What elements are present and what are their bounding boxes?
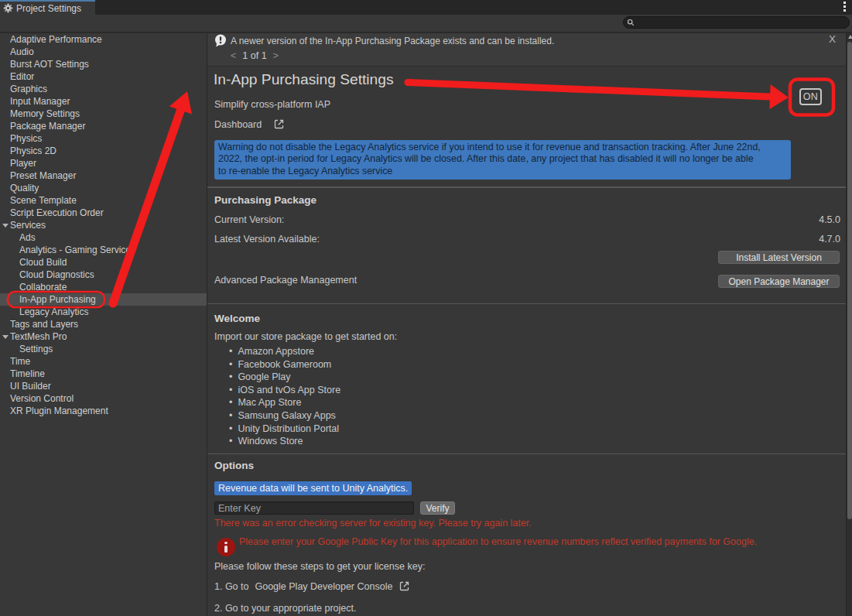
steps-intro: Please follow these steps to get your li… bbox=[214, 561, 425, 572]
sidebar-item-label: Audio bbox=[0, 46, 34, 58]
scrollbar-up-icon[interactable] bbox=[848, 35, 852, 39]
latest-version-label: Latest Version Available: bbox=[214, 234, 320, 245]
service-toggle-button[interactable]: ON bbox=[799, 88, 822, 105]
options-header: Options bbox=[214, 460, 254, 471]
current-version-value: 4.5.0 bbox=[819, 214, 840, 225]
section-divider bbox=[207, 187, 846, 188]
sidebar-item-label: Settings bbox=[0, 343, 53, 355]
store-list-item: Windows Store bbox=[229, 435, 340, 448]
sidebar-item-input-manager[interactable]: Input Manager bbox=[0, 95, 207, 108]
open-package-manager-button[interactable]: Open Package Manager bbox=[718, 275, 840, 288]
sidebar-item-audio[interactable]: Audio bbox=[0, 46, 207, 58]
sidebar-item-preset-manager[interactable]: Preset Manager bbox=[0, 169, 207, 182]
sidebar-item-services[interactable]: Services bbox=[0, 219, 207, 231]
search-input[interactable] bbox=[623, 16, 850, 29]
sidebar-item-cloud-build[interactable]: Cloud Build bbox=[0, 256, 207, 269]
sidebar-item-label: Preset Manager bbox=[0, 169, 76, 182]
pager-next-icon[interactable]: > bbox=[273, 50, 279, 61]
search-icon bbox=[627, 19, 635, 26]
error-info-icon bbox=[217, 538, 235, 556]
tab-label: Project Settings bbox=[16, 3, 81, 14]
dashboard-link[interactable]: Dashboard bbox=[214, 119, 262, 130]
sidebar-item-label: Tags and Layers bbox=[0, 318, 78, 330]
purchasing-package-header: Purchasing Package bbox=[214, 194, 317, 206]
pager-prev-icon[interactable]: < bbox=[231, 50, 236, 61]
sidebar-item-label: Cloud Diagnostics bbox=[0, 269, 94, 281]
sidebar-item-burst-aot-settings[interactable]: Burst AOT Settings bbox=[0, 58, 207, 70]
sidebar-item-label: Input Manager bbox=[0, 95, 70, 108]
sidebar-item-timeline[interactable]: Timeline bbox=[0, 368, 207, 380]
sidebar-item-physics-2d[interactable]: Physics 2D bbox=[0, 145, 207, 157]
sidebar-item-tags-and-layers[interactable]: Tags and Layers bbox=[0, 318, 207, 330]
store-list: Amazon AppstoreFacebook GameroomGoogle P… bbox=[229, 345, 340, 448]
sidebar-item-label: Legacy Analytics bbox=[0, 306, 88, 318]
key-check-error-text: There was an error checking server for e… bbox=[214, 518, 532, 529]
store-list-item: iOS and tvOs App Store bbox=[229, 384, 340, 397]
scrollbar-thumb[interactable] bbox=[847, 42, 852, 519]
sidebar-item-memory-settings[interactable]: Memory Settings bbox=[0, 108, 207, 120]
sidebar-item-collaborate[interactable]: Collaborate bbox=[0, 281, 207, 293]
sidebar-item-ui-builder[interactable]: UI Builder bbox=[0, 380, 207, 392]
sidebar-item-analytics-gaming-services[interactable]: Analytics - Gaming Services bbox=[0, 244, 207, 256]
foldout-triangle-icon[interactable] bbox=[2, 335, 9, 339]
foldout-triangle-icon[interactable] bbox=[2, 224, 9, 228]
sidebar-item-ads[interactable]: Ads bbox=[0, 231, 207, 244]
sidebar-item-label: Graphics bbox=[0, 83, 47, 95]
sidebar-item-editor[interactable]: Editor bbox=[0, 70, 207, 83]
external-link-icon[interactable] bbox=[399, 580, 410, 592]
project-settings-window: Project Settings Adaptive PerformanceAud… bbox=[0, 0, 852, 616]
sidebar-item-label: Collaborate bbox=[0, 281, 67, 293]
google-key-warning-text: Please enter your Google Public Key for … bbox=[239, 536, 757, 547]
install-latest-version-button[interactable]: Install Latest Version bbox=[718, 251, 840, 264]
sidebar-item-label: Memory Settings bbox=[0, 108, 80, 120]
sidebar-item-label: Editor bbox=[0, 70, 34, 83]
sidebar-item-script-execution-order[interactable]: Script Execution Order bbox=[0, 207, 207, 219]
latest-version-value: 4.7.0 bbox=[819, 234, 840, 245]
settings-category-list: Adaptive PerformanceAudioBurst AOT Setti… bbox=[0, 33, 207, 616]
pager-count: 1 of 1 bbox=[242, 50, 266, 61]
step-1: 1. Go to Google Play Developer Console bbox=[214, 580, 410, 592]
google-play-console-link[interactable]: Google Play Developer Console bbox=[255, 581, 392, 592]
sidebar-item-xr-plugin-management[interactable]: XR Plugin Management bbox=[0, 405, 207, 417]
sidebar-item-in-app-purchasing[interactable]: In-App Purchasing bbox=[0, 293, 207, 306]
close-icon[interactable]: X bbox=[829, 33, 836, 45]
current-version-label: Current Version: bbox=[214, 214, 284, 225]
external-link-icon[interactable] bbox=[273, 118, 285, 130]
sidebar-item-settings[interactable]: Settings bbox=[0, 343, 207, 355]
sidebar-item-adaptive-performance[interactable]: Adaptive Performance bbox=[0, 33, 207, 46]
store-list-item: Amazon Appstore bbox=[229, 345, 340, 358]
sidebar-item-quality[interactable]: Quality bbox=[0, 182, 207, 194]
legacy-analytics-warning: Warning do not disable the Legacy Analyt… bbox=[214, 140, 791, 180]
sidebar-item-time[interactable]: Time bbox=[0, 355, 207, 368]
verify-button[interactable]: Verify bbox=[420, 501, 455, 515]
sidebar-item-label: Scene Template bbox=[0, 194, 77, 207]
info-bubble-icon bbox=[214, 34, 227, 47]
sidebar-item-physics[interactable]: Physics bbox=[0, 132, 207, 145]
settings-panel bbox=[207, 33, 846, 616]
enter-key-input[interactable] bbox=[214, 501, 414, 515]
sidebar-item-textmesh-pro[interactable]: TextMesh Pro bbox=[0, 330, 207, 343]
store-list-item: Unity Distribution Portal bbox=[229, 423, 340, 436]
sidebar-item-label: Physics bbox=[0, 132, 42, 145]
sidebar-item-label: Analytics - Gaming Services bbox=[0, 244, 135, 256]
sidebar-item-label: TextMesh Pro bbox=[0, 330, 67, 343]
sidebar-item-version-control[interactable]: Version Control bbox=[0, 392, 207, 405]
kebab-menu-icon[interactable] bbox=[843, 2, 847, 12]
sidebar-item-label: Player bbox=[0, 157, 36, 169]
revenue-notice-badge: Revenue data will be sent to Unity Analy… bbox=[214, 481, 412, 495]
sidebar-item-package-manager[interactable]: Package Manager bbox=[0, 120, 207, 132]
service-subtitle: Simplify cross-platform IAP bbox=[214, 99, 330, 110]
gear-icon bbox=[3, 3, 13, 13]
tab-project-settings[interactable]: Project Settings bbox=[0, 0, 95, 15]
sidebar-item-label: Quality bbox=[0, 182, 39, 194]
sidebar-item-cloud-diagnostics[interactable]: Cloud Diagnostics bbox=[0, 269, 207, 281]
sidebar-item-label: Timeline bbox=[0, 368, 45, 380]
sidebar-item-player[interactable]: Player bbox=[0, 157, 207, 169]
sidebar-item-legacy-analytics[interactable]: Legacy Analytics bbox=[0, 306, 207, 318]
sidebar-item-scene-template[interactable]: Scene Template bbox=[0, 194, 207, 207]
notification-pager: < 1 of 1 > bbox=[231, 50, 279, 61]
sidebar-item-label: Version Control bbox=[0, 392, 74, 405]
advanced-package-management-label: Advanced Package Management bbox=[214, 275, 357, 286]
sidebar-item-graphics[interactable]: Graphics bbox=[0, 83, 207, 95]
store-list-item: Google Play bbox=[229, 371, 340, 384]
